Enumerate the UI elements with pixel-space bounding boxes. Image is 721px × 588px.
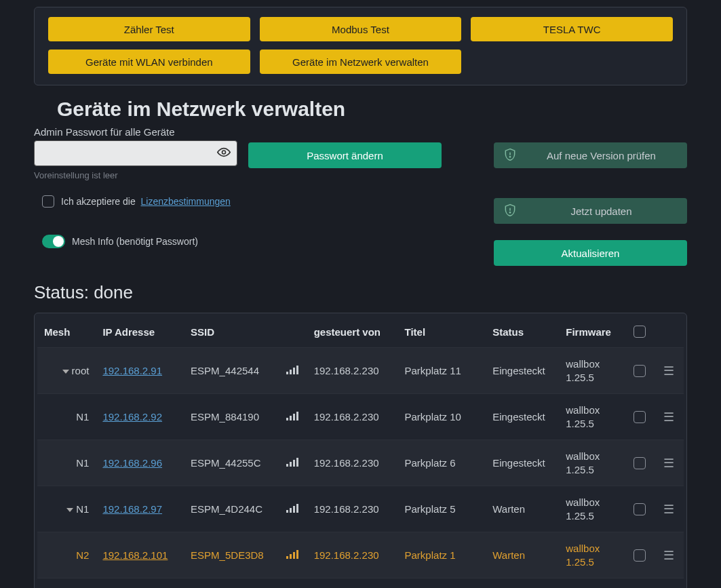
cell-controlled-by: 192.168.2.230 bbox=[307, 532, 398, 579]
svg-rect-13 bbox=[286, 464, 288, 467]
cell-mesh bbox=[37, 579, 96, 589]
svg-rect-10 bbox=[290, 416, 292, 420]
cell-firmware: wallbox1.25.5 bbox=[559, 440, 625, 486]
ip-link[interactable]: 192.168.2.101 bbox=[102, 549, 168, 561]
check-version-button[interactable]: Auf neue Version prüfen bbox=[494, 142, 687, 168]
cell-controlled-by: 192.168.2.230 bbox=[307, 348, 398, 394]
cell-status: Eingesteckt bbox=[486, 394, 559, 440]
cell-mesh: N1 bbox=[37, 440, 96, 486]
cell-checkbox bbox=[625, 486, 655, 532]
menu-icon[interactable]: ☰ bbox=[661, 548, 677, 563]
svg-rect-15 bbox=[293, 460, 295, 467]
page-title: Geräte im Netzwerk verwalten bbox=[57, 98, 687, 121]
cell-checkbox bbox=[625, 579, 655, 589]
cell-ssid: ESPM_5DE3D8 bbox=[184, 532, 279, 579]
cell-checkbox bbox=[625, 440, 655, 486]
status-heading: Status: done bbox=[34, 282, 687, 303]
cell-mesh[interactable]: N1 bbox=[37, 486, 96, 532]
cell-ip: 192.168.2.96 bbox=[96, 440, 184, 486]
cell-ip: 192.168.2.101 bbox=[96, 532, 184, 579]
update-now-label: Jetzt updaten bbox=[525, 205, 678, 217]
cell-ip: 192.168.2.97 bbox=[96, 486, 184, 532]
modbus-test-button[interactable]: Modbus Test bbox=[260, 17, 462, 41]
svg-rect-9 bbox=[286, 418, 288, 420]
menu-icon[interactable]: ☰ bbox=[661, 410, 677, 425]
row-checkbox[interactable] bbox=[634, 503, 646, 515]
cell-title: Tardis bbox=[398, 579, 486, 589]
th-ip: IP Adresse bbox=[96, 316, 184, 348]
license-link[interactable]: Lizenzbestimmungen bbox=[141, 196, 231, 207]
row-checkbox[interactable] bbox=[634, 549, 646, 562]
menu-icon[interactable]: ☰ bbox=[661, 364, 677, 378]
svg-point-0 bbox=[222, 151, 226, 154]
device-table: Mesh IP Adresse SSID gesteuert von Titel… bbox=[37, 316, 684, 588]
cell-mesh[interactable]: root bbox=[37, 348, 96, 394]
admin-pw-hint: Voreinstellung ist leer bbox=[34, 170, 237, 180]
row-checkbox[interactable] bbox=[634, 411, 646, 423]
ip-link[interactable]: 192.168.2.92 bbox=[102, 411, 162, 423]
table-row: N1192.168.2.97ESPM_4D244C192.168.2.230Pa… bbox=[37, 486, 684, 532]
svg-rect-22 bbox=[290, 554, 292, 559]
cell-menu bbox=[655, 579, 684, 589]
admin-pw-input[interactable] bbox=[34, 140, 237, 166]
ip-link[interactable]: 192.168.2.91 bbox=[102, 365, 162, 376]
cell-ssid: ESPM_442544 bbox=[184, 348, 279, 394]
svg-rect-21 bbox=[286, 556, 288, 559]
th-title: Titel bbox=[398, 316, 486, 348]
cell-title: Parkplatz 11 bbox=[398, 348, 486, 394]
tesla-twc-button[interactable]: TESLA TWC bbox=[471, 17, 673, 41]
license-checkbox[interactable] bbox=[42, 195, 54, 208]
cell-title: Parkplatz 1 bbox=[398, 532, 486, 579]
cell-signal bbox=[279, 440, 307, 486]
th-fw: Firmware bbox=[559, 316, 625, 348]
ip-link[interactable]: 192.168.2.96 bbox=[102, 457, 162, 469]
cell-firmware: wallbox1.25.5 bbox=[559, 394, 625, 440]
svg-rect-6 bbox=[290, 370, 292, 374]
table-row: N2192.168.2.101ESPM_5DE3D8192.168.2.230P… bbox=[37, 532, 684, 579]
cell-title: Parkplatz 6 bbox=[398, 440, 486, 486]
cell-signal bbox=[279, 579, 307, 589]
refresh-button[interactable]: Aktualisieren bbox=[494, 240, 687, 266]
cell-mesh: N2 bbox=[37, 532, 96, 579]
mesh-info-toggle[interactable] bbox=[42, 235, 65, 248]
cell-controlled-by: 192.168.2.230 bbox=[307, 486, 398, 532]
svg-rect-24 bbox=[296, 550, 298, 559]
shield-icon bbox=[503, 203, 517, 220]
update-now-button[interactable]: Jetzt updaten bbox=[494, 198, 687, 224]
manage-network-button[interactable]: Geräte im Netzwerk verwalten bbox=[260, 50, 462, 74]
table-row: N1192.168.2.92ESPM_884190192.168.2.230Pa… bbox=[37, 394, 684, 440]
row-checkbox[interactable] bbox=[634, 365, 646, 377]
connect-wlan-button[interactable]: Geräte mit WLAN verbinden bbox=[48, 50, 250, 74]
top-button-panel: Zähler Test Modbus Test TESLA TWC Geräte… bbox=[34, 7, 687, 85]
eye-icon[interactable] bbox=[217, 146, 231, 161]
change-password-button[interactable]: Passwort ändern bbox=[248, 142, 442, 168]
cell-checkbox bbox=[625, 348, 655, 394]
cell-controlled-by: 192.168.2.230 bbox=[307, 394, 398, 440]
counter-test-button[interactable]: Zähler Test bbox=[48, 17, 250, 41]
cell-ssid bbox=[184, 579, 279, 589]
cell-signal bbox=[279, 532, 307, 579]
svg-rect-7 bbox=[293, 368, 295, 374]
th-select-all[interactable] bbox=[625, 316, 655, 348]
cell-ssid: ESPM_44255C bbox=[184, 440, 279, 486]
cell-signal bbox=[279, 486, 307, 532]
ip-link[interactable]: 192.168.2.97 bbox=[102, 503, 162, 515]
admin-pw-label: Admin Passwort für alle Geräte bbox=[34, 126, 237, 138]
chevron-down-icon[interactable] bbox=[62, 370, 69, 374]
cell-ip: 192.168.2.92 bbox=[96, 394, 184, 440]
row-checkbox[interactable] bbox=[634, 457, 646, 469]
cell-ssid: ESPM_4D244C bbox=[184, 486, 279, 532]
manage-devices-section: Geräte im Netzwerk verwalten Admin Passw… bbox=[34, 98, 687, 588]
cell-controlled-by: 192.168.2.230 bbox=[307, 440, 398, 486]
menu-icon[interactable]: ☰ bbox=[661, 502, 677, 517]
device-table-wrap: Mesh IP Adresse SSID gesteuert von Titel… bbox=[34, 313, 687, 588]
cell-signal bbox=[279, 348, 307, 394]
svg-rect-14 bbox=[290, 462, 292, 467]
svg-rect-11 bbox=[293, 414, 295, 420]
menu-icon[interactable]: ☰ bbox=[661, 456, 677, 471]
cell-status: Eingesteckt bbox=[486, 440, 559, 486]
cell-checkbox bbox=[625, 532, 655, 579]
th-ctrl: gesteuert von bbox=[307, 316, 398, 348]
chevron-down-icon[interactable] bbox=[66, 508, 73, 512]
cell-signal bbox=[279, 394, 307, 440]
